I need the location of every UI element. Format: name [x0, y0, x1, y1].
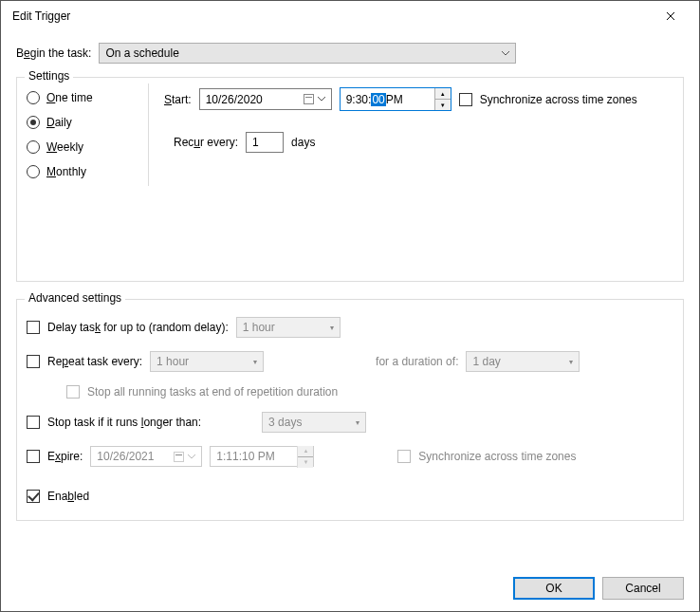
- begin-task-select[interactable]: On a schedule: [99, 43, 516, 64]
- spin-down[interactable]: ▼: [435, 100, 451, 110]
- stoptask-label: Stop task if it runs longer than:: [47, 416, 201, 429]
- start-date-value: 10/26/2020: [206, 93, 263, 106]
- radio-label: Daily: [46, 116, 72, 129]
- separator: [148, 83, 149, 186]
- expire-label: Expire:: [47, 450, 83, 463]
- repeat-label: Repeat task every:: [47, 355, 142, 368]
- start-time-input[interactable]: 9:30:00 PM ▲▼: [340, 87, 451, 111]
- radio-label: Weekly: [46, 140, 83, 154]
- window-title: Edit Trigger: [9, 9, 650, 23]
- advanced-legend: Advanced settings: [25, 291, 125, 305]
- stopall-label: Stop all running tasks at end of repetit…: [87, 385, 338, 399]
- settings-legend: Settings: [25, 69, 73, 83]
- time-spinner[interactable]: ▲▼: [434, 88, 451, 110]
- sync-timezones-checkbox[interactable]: [459, 93, 472, 106]
- calendar-icon: [174, 452, 184, 462]
- close-icon: [666, 11, 675, 21]
- delay-label: Delay task for up to (random delay):: [47, 321, 229, 334]
- expire-checkbox[interactable]: [27, 450, 40, 463]
- sync2-checkbox: [397, 450, 411, 463]
- radio-icon: [27, 140, 40, 154]
- recur-input[interactable]: [246, 132, 284, 153]
- time-post: PM: [386, 93, 403, 106]
- chevron-down-icon: [188, 454, 195, 459]
- chevron-down-icon: ▾: [253, 358, 257, 366]
- begin-task-label: BeBegin the task:gin the task:: [16, 46, 91, 60]
- recur-unit: days: [291, 136, 315, 149]
- stoptask-select[interactable]: 3 days▾: [262, 412, 366, 433]
- delay-select[interactable]: 1 hour▾: [236, 317, 341, 338]
- radio-monthly[interactable]: Monthly: [27, 165, 148, 178]
- radio-label: One time: [46, 91, 93, 104]
- expire-time-input: 1:11:10 PM ▲▼: [210, 446, 314, 467]
- sync-timezones-label: Synchronize across time zones: [480, 93, 637, 106]
- settings-fieldset: Settings One time Daily Weekly Monthly: [16, 77, 684, 282]
- radio-one-time[interactable]: One time: [27, 91, 148, 104]
- chevron-down-icon: ▾: [356, 418, 359, 427]
- time-selection: 00: [371, 93, 385, 106]
- begin-task-value: On a schedule: [105, 46, 178, 60]
- repeat-checkbox[interactable]: [27, 355, 40, 368]
- ok-button[interactable]: OK: [513, 577, 595, 600]
- radio-daily[interactable]: Daily: [27, 116, 148, 129]
- time-spinner: ▲▼: [297, 446, 313, 468]
- expire-date-input: 10/26/2021: [90, 446, 202, 467]
- delay-checkbox[interactable]: [27, 321, 40, 334]
- radio-weekly[interactable]: Weekly: [27, 140, 148, 154]
- chevron-down-icon: [318, 97, 325, 102]
- close-button[interactable]: [650, 3, 691, 29]
- duration-label: for a duration of:: [376, 355, 458, 368]
- radio-icon: [27, 165, 40, 178]
- chevron-down-icon: ▾: [330, 324, 334, 332]
- recur-label: Recur every:: [174, 136, 238, 149]
- chevron-down-icon: [502, 51, 509, 56]
- radio-icon: [27, 116, 40, 129]
- time-pre: 9:30:: [346, 93, 372, 106]
- titlebar: Edit Trigger: [1, 1, 699, 31]
- chevron-down-icon: ▾: [569, 358, 573, 366]
- start-label: Start:: [164, 93, 192, 106]
- enabled-label: Enabled: [47, 490, 89, 503]
- enabled-checkbox[interactable]: [27, 490, 40, 503]
- radio-icon: [27, 91, 40, 104]
- sync2-label: Synchronize across time zones: [418, 450, 576, 463]
- start-date-input[interactable]: 10/26/2020: [199, 88, 332, 110]
- calendar-icon: [304, 94, 314, 104]
- stoptask-checkbox[interactable]: [27, 416, 40, 429]
- repeat-select[interactable]: 1 hour▾: [150, 351, 264, 372]
- radio-label: Monthly: [46, 165, 86, 178]
- spin-up[interactable]: ▲: [435, 88, 451, 100]
- advanced-fieldset: Advanced settings Delay task for up to (…: [16, 299, 684, 521]
- stopall-checkbox: [66, 385, 80, 399]
- cancel-button[interactable]: Cancel: [602, 577, 684, 600]
- duration-select[interactable]: 1 day▾: [466, 351, 580, 372]
